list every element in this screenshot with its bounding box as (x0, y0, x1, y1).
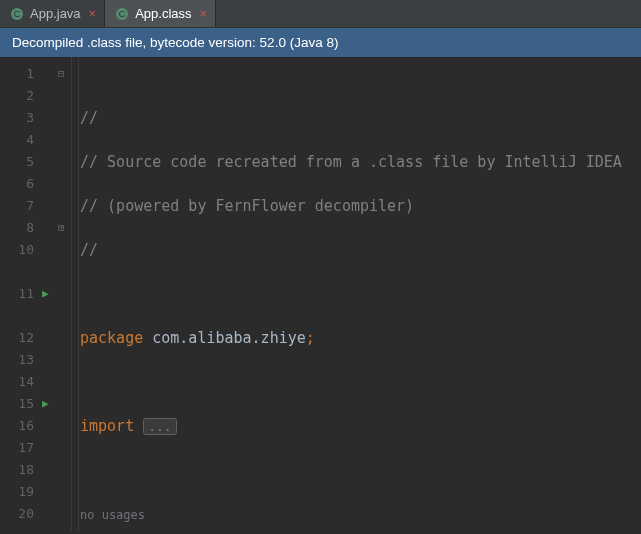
tab-app-java[interactable]: C App.java × (0, 0, 105, 27)
line-number: 4 (0, 129, 34, 151)
code-line: // Source code recreated from a .class f… (80, 151, 641, 173)
code-line: // (powered by FernFlower decompiler) (80, 195, 641, 217)
line-number: 15 (0, 393, 34, 415)
code-line: // (80, 239, 641, 261)
svg-text:C: C (14, 9, 21, 19)
line-number: 17 (0, 437, 34, 459)
run-gutter-icon[interactable]: ▶ (42, 283, 58, 305)
line-number-gutter: 1 2 3 4 5 6 7 8 10 11 12 13 14 15 16 17 … (0, 57, 42, 531)
line-number: 1 (0, 63, 34, 85)
line-number: 2 (0, 85, 34, 107)
line-number: 19 (0, 481, 34, 503)
inlay-hint: no usages (80, 503, 641, 525)
line-number: 10 (0, 239, 34, 261)
close-icon[interactable]: × (200, 6, 208, 21)
tab-label: App.java (30, 6, 81, 21)
close-icon[interactable]: × (89, 6, 97, 21)
code-line (80, 283, 641, 305)
line-number: 8 (0, 217, 34, 239)
code-line: package com.alibaba.zhiye; (80, 327, 641, 349)
line-number: 3 (0, 107, 34, 129)
banner-text: Decompiled .class file, bytecode version… (12, 35, 338, 50)
line-number: 13 (0, 349, 34, 371)
tab-bar: C App.java × C App.class × (0, 0, 641, 28)
svg-text:C: C (119, 9, 126, 19)
java-class-icon: C (115, 7, 129, 21)
run-gutter-icon[interactable]: ▶ (42, 393, 58, 415)
java-class-icon: C (10, 7, 24, 21)
code-line: import ... (80, 415, 641, 437)
line-number: 7 (0, 195, 34, 217)
fold-toggle-icon[interactable]: ⊞ (58, 217, 71, 239)
code-line (80, 371, 641, 393)
line-number: 16 (0, 415, 34, 437)
line-number: 12 (0, 327, 34, 349)
line-number: 18 (0, 459, 34, 481)
line-number: 14 (0, 371, 34, 393)
tab-app-class[interactable]: C App.class × (105, 0, 216, 27)
line-number: 11 (0, 283, 34, 305)
run-marker-gutter: ▶ ▶ (42, 57, 58, 531)
editor[interactable]: 1 2 3 4 5 6 7 8 10 11 12 13 14 15 16 17 … (0, 57, 641, 531)
line-number: 6 (0, 173, 34, 195)
fold-toggle-icon[interactable]: ⊟ (58, 63, 71, 85)
decompiled-banner: Decompiled .class file, bytecode version… (0, 28, 641, 57)
code-line (80, 459, 641, 481)
fold-gutter: ⊟ ⊞ (58, 57, 72, 531)
line-hint (0, 305, 34, 327)
tab-label: App.class (135, 6, 191, 21)
code-line: // (80, 107, 641, 129)
folded-region[interactable]: ... (143, 418, 176, 435)
line-number: 20 (0, 503, 34, 525)
line-number: 5 (0, 151, 34, 173)
indent-guide (78, 57, 79, 531)
line-hint (0, 261, 34, 283)
code-area[interactable]: // // Source code recreated from a .clas… (72, 57, 641, 531)
